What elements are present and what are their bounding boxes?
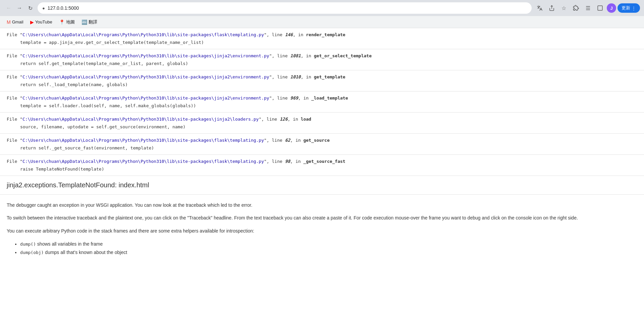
func-name-3: get_template (314, 74, 345, 79)
nav-buttons: ← → ↻ (4, 3, 35, 13)
menu-dots: ⋮ (632, 6, 636, 11)
traceback-frame-2: File "C:\Users\chuan\AppData\Local\Progr… (0, 49, 644, 70)
code-line-6: return self._get_source_fast(environment… (7, 144, 637, 152)
code-line-3: return self._load_template(name, globals… (7, 81, 637, 88)
browser-chrome: ← → ↻ ● (0, 0, 644, 28)
translate-icon: 🔤 (82, 19, 87, 25)
helper-dump-code: dump() (20, 242, 36, 247)
description-para3: You can execute arbitrary Python code in… (7, 227, 637, 235)
file-path-1: C:\Users\chuan\AppData\Local\Programs\Py… (22, 32, 264, 37)
bookmark-gmail-label: Gmail (12, 19, 23, 24)
code-line-2: return self.get_template(template_name_o… (7, 60, 637, 67)
traceback-frame-3: File "C:\Users\chuan\AppData\Local\Progr… (0, 70, 644, 91)
translate-page-button[interactable] (534, 3, 545, 13)
reload-button[interactable]: ↻ (25, 3, 35, 13)
func-name-7: _get_source_fast (303, 159, 345, 164)
file-line-3: File "C:\Users\chuan\AppData\Local\Progr… (7, 73, 637, 81)
bookmark-maps[interactable]: 📍 地圖 (56, 18, 77, 26)
bookmarks-bar: M Gmail ▶ YouTube 📍 地圖 🔤 翻譯 (0, 16, 644, 28)
bookmark-maps-label: 地圖 (66, 19, 75, 25)
file-line-5: File "C:\Users\chuan\AppData\Local\Progr… (7, 115, 637, 123)
helper-dumpobj-text: dumps all that's known about the object (44, 250, 127, 255)
helper-item-2: dump(obj) dumps all that's known about t… (20, 248, 637, 257)
traceback-frame-1: File "C:\Users\chuan\AppData\Local\Progr… (0, 28, 644, 49)
bookmark-youtube[interactable]: ▶ YouTube (28, 18, 55, 26)
forward-button[interactable]: → (15, 3, 24, 13)
traceback-frame-7: File "C:\Users\chuan\AppData\Local\Progr… (0, 155, 644, 176)
code-line-1: template = app.jinja_env.get_or_select_t… (7, 39, 637, 46)
line-num-3: 1010 (290, 74, 301, 79)
fullscreen-button[interactable] (595, 3, 605, 13)
file-path-2: C:\Users\chuan\AppData\Local\Programs\Py… (22, 53, 269, 58)
line-num-4: 969 (290, 95, 298, 101)
line-num-2: 1081 (290, 53, 301, 58)
helper-dump-text: shows all variables in the frame (36, 241, 103, 247)
line-num-6: 62 (285, 138, 290, 143)
description-para1: The debugger caught an exception in your… (7, 201, 637, 209)
address-bar: ● (38, 2, 532, 14)
file-line-4: File "C:\Users\chuan\AppData\Local\Progr… (7, 94, 637, 102)
traceback-frame-5: File "C:\Users\chuan\AppData\Local\Progr… (0, 113, 644, 134)
file-path-6: C:\Users\chuan\AppData\Local\Programs\Py… (22, 138, 264, 143)
gmail-icon: M (7, 19, 11, 25)
url-input[interactable] (48, 5, 527, 11)
func-name-1: render_template (306, 32, 345, 37)
file-line-1: File "C:\Users\chuan\AppData\Local\Progr… (7, 31, 637, 39)
error-content: File "C:\Users\chuan\AppData\Local\Progr… (0, 28, 644, 264)
file-line-2: File "C:\Users\chuan\AppData\Local\Progr… (7, 52, 637, 60)
bookmark-translate[interactable]: 🔤 翻譯 (79, 18, 100, 26)
func-name-5: load (301, 117, 311, 122)
func-name-6: get_source (303, 138, 329, 143)
back-button[interactable]: ← (4, 3, 13, 13)
code-line-4: template = self.loader.load(self, name, … (7, 102, 637, 110)
browser-actions: ☆ ☰ J 更新 ⋮ (534, 3, 640, 13)
share-button[interactable] (546, 3, 557, 13)
code-line-5: source, filename, uptodate = self.get_so… (7, 123, 637, 131)
extensions-button[interactable] (571, 3, 581, 13)
file-line-7: File "C:\Users\chuan\AppData\Local\Progr… (7, 157, 637, 165)
file-path-5: C:\Users\chuan\AppData\Local\Programs\Py… (22, 117, 259, 122)
bookmark-youtube-label: YouTube (35, 19, 52, 24)
maps-icon: 📍 (59, 19, 65, 25)
bookmark-button[interactable]: ☆ (558, 3, 569, 13)
func-name-4: _load_template (311, 95, 348, 101)
profile-button[interactable]: J (607, 3, 616, 13)
file-line-6: File "C:\Users\chuan\AppData\Local\Progr… (7, 136, 637, 144)
line-num-7: 98 (285, 159, 290, 164)
traceback-frame-4: File "C:\Users\chuan\AppData\Local\Progr… (0, 91, 644, 113)
browser-titlebar: ← → ↻ ● (0, 0, 644, 16)
helper-item-1: dump() shows all variables in the frame (20, 240, 637, 248)
line-num-5: 126 (280, 117, 287, 122)
update-label: 更新 (622, 5, 630, 11)
svg-rect-1 (598, 6, 602, 10)
youtube-icon: ▶ (30, 19, 34, 25)
helpers-list: dump() shows all variables in the frame … (20, 240, 637, 257)
bookmark-translate-label: 翻譯 (89, 19, 97, 25)
file-path-3: C:\Users\chuan\AppData\Local\Programs\Py… (22, 74, 269, 79)
code-line-7: raise TemplateNotFound(template) (7, 165, 637, 173)
line-num-1: 146 (285, 32, 293, 37)
description-para2: To switch between the interactive traceb… (7, 214, 637, 221)
lock-icon: ● (42, 6, 45, 11)
helper-dumpobj-code: dump(obj) (20, 250, 44, 255)
error-message: jinja2.exceptions.TemplateNotFound: inde… (0, 176, 644, 195)
update-button[interactable]: 更新 ⋮ (618, 3, 640, 13)
page-content: File "C:\Users\chuan\AppData\Local\Progr… (0, 28, 644, 319)
bookmark-gmail[interactable]: M Gmail (4, 18, 26, 26)
description-section: The debugger caught an exception in your… (0, 195, 644, 264)
traceback-frame-6: File "C:\Users\chuan\AppData\Local\Progr… (0, 134, 644, 155)
func-name-2: get_or_select_template (314, 53, 372, 58)
traceback-frames: File "C:\Users\chuan\AppData\Local\Progr… (0, 28, 644, 176)
file-path-7: C:\Users\chuan\AppData\Local\Programs\Py… (22, 159, 264, 164)
file-path-4: C:\Users\chuan\AppData\Local\Programs\Py… (22, 95, 269, 101)
tab-manager-button[interactable]: ☰ (583, 3, 593, 13)
